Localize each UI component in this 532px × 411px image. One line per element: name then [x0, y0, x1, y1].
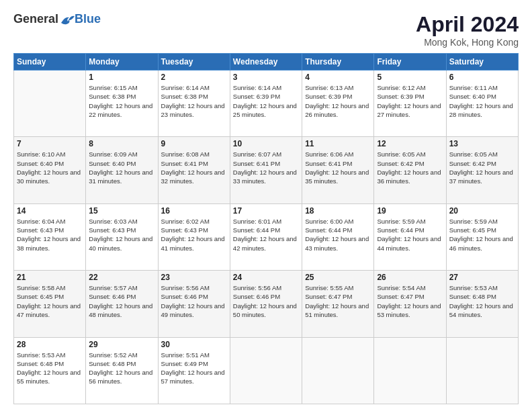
day-info: Sunrise: 6:14 AMSunset: 6:38 PMDaylight:…	[161, 83, 227, 119]
calendar-cell: 22Sunrise: 5:57 AMSunset: 6:46 PMDayligh…	[86, 271, 158, 337]
day-info: Sunrise: 6:06 AMSunset: 6:41 PMDaylight:…	[305, 150, 371, 185]
calendar-week-row: 14Sunrise: 6:04 AMSunset: 6:43 PMDayligh…	[14, 203, 519, 270]
day-number: 7	[17, 139, 83, 148]
calendar-week-row: 1Sunrise: 6:15 AMSunset: 6:38 PMDaylight…	[14, 71, 519, 137]
weekday-header-sunday: Sunday	[14, 54, 86, 71]
day-number: 4	[305, 73, 371, 82]
day-info: Sunrise: 6:01 AMSunset: 6:44 PMDaylight:…	[233, 217, 299, 253]
calendar-cell: 14Sunrise: 6:04 AMSunset: 6:43 PMDayligh…	[14, 203, 86, 270]
day-info: Sunrise: 5:55 AMSunset: 6:47 PMDaylight:…	[305, 283, 371, 319]
weekday-header-thursday: Thursday	[302, 54, 374, 71]
calendar-cell: 1Sunrise: 6:15 AMSunset: 6:38 PMDaylight…	[86, 71, 158, 137]
day-info: Sunrise: 6:12 AMSunset: 6:39 PMDaylight:…	[377, 83, 443, 119]
page: General Blue April 2024 Mong Kok, Hong K…	[0, 0, 532, 411]
calendar-cell: 21Sunrise: 5:58 AMSunset: 6:45 PMDayligh…	[14, 271, 86, 337]
weekday-header-tuesday: Tuesday	[158, 54, 230, 71]
day-number: 12	[377, 139, 443, 148]
day-info: Sunrise: 6:13 AMSunset: 6:39 PMDaylight:…	[305, 83, 371, 119]
logo-blue-text: Blue	[75, 12, 101, 26]
day-number: 6	[449, 73, 515, 82]
day-info: Sunrise: 5:51 AMSunset: 6:49 PMDaylight:…	[161, 351, 227, 386]
month-title: April 2024	[416, 12, 519, 37]
day-info: Sunrise: 5:53 AMSunset: 6:48 PMDaylight:…	[17, 351, 83, 386]
day-number: 1	[89, 73, 154, 82]
calendar-cell: 7Sunrise: 6:10 AMSunset: 6:40 PMDaylight…	[14, 137, 86, 203]
day-info: Sunrise: 5:52 AMSunset: 6:48 PMDaylight:…	[89, 351, 154, 386]
weekday-header-saturday: Saturday	[446, 54, 518, 71]
day-number: 15	[89, 206, 154, 216]
logo-general-text: General	[13, 12, 58, 26]
day-number: 24	[233, 273, 299, 282]
day-number: 13	[449, 139, 515, 148]
day-number: 14	[17, 206, 83, 216]
weekday-header-wednesday: Wednesday	[230, 54, 302, 71]
day-number: 16	[161, 206, 227, 216]
day-info: Sunrise: 5:54 AMSunset: 6:47 PMDaylight:…	[377, 283, 443, 319]
day-number: 18	[305, 206, 371, 216]
calendar-cell: 9Sunrise: 6:08 AMSunset: 6:41 PMDaylight…	[158, 137, 230, 203]
day-info: Sunrise: 5:53 AMSunset: 6:48 PMDaylight:…	[449, 283, 515, 319]
calendar-cell	[230, 337, 302, 404]
calendar-cell: 16Sunrise: 6:02 AMSunset: 6:43 PMDayligh…	[158, 203, 230, 270]
day-info: Sunrise: 6:05 AMSunset: 6:42 PMDaylight:…	[377, 150, 443, 185]
day-number: 2	[161, 73, 227, 82]
calendar-cell: 11Sunrise: 6:06 AMSunset: 6:41 PMDayligh…	[302, 137, 374, 203]
day-info: Sunrise: 6:15 AMSunset: 6:38 PMDaylight:…	[89, 83, 154, 119]
calendar-cell: 17Sunrise: 6:01 AMSunset: 6:44 PMDayligh…	[230, 203, 302, 270]
calendar-cell: 13Sunrise: 6:05 AMSunset: 6:42 PMDayligh…	[446, 137, 518, 203]
day-number: 30	[161, 340, 227, 349]
title-area: April 2024 Mong Kok, Hong Kong	[416, 12, 519, 48]
day-info: Sunrise: 6:04 AMSunset: 6:43 PMDaylight:…	[17, 217, 83, 253]
calendar-cell: 2Sunrise: 6:14 AMSunset: 6:38 PMDaylight…	[158, 71, 230, 137]
calendar-week-row: 28Sunrise: 5:53 AMSunset: 6:48 PMDayligh…	[14, 337, 519, 404]
calendar-cell: 18Sunrise: 6:00 AMSunset: 6:44 PMDayligh…	[302, 203, 374, 270]
day-info: Sunrise: 5:59 AMSunset: 6:44 PMDaylight:…	[377, 217, 443, 253]
day-number: 17	[233, 206, 299, 216]
calendar-cell: 3Sunrise: 6:14 AMSunset: 6:39 PMDaylight…	[230, 71, 302, 137]
day-number: 29	[89, 340, 154, 349]
calendar-cell: 5Sunrise: 6:12 AMSunset: 6:39 PMDaylight…	[374, 71, 446, 137]
day-number: 25	[305, 273, 371, 282]
day-number: 22	[89, 273, 154, 282]
day-info: Sunrise: 6:00 AMSunset: 6:44 PMDaylight:…	[305, 217, 371, 253]
day-info: Sunrise: 5:56 AMSunset: 6:46 PMDaylight:…	[161, 283, 227, 319]
day-info: Sunrise: 5:57 AMSunset: 6:46 PMDaylight:…	[89, 283, 154, 319]
calendar-week-row: 7Sunrise: 6:10 AMSunset: 6:40 PMDaylight…	[14, 137, 519, 203]
day-info: Sunrise: 6:14 AMSunset: 6:39 PMDaylight:…	[233, 83, 299, 119]
calendar-cell: 12Sunrise: 6:05 AMSunset: 6:42 PMDayligh…	[374, 137, 446, 203]
day-info: Sunrise: 6:05 AMSunset: 6:42 PMDaylight:…	[449, 150, 515, 185]
calendar-table: SundayMondayTuesdayWednesdayThursdayFrid…	[13, 53, 519, 404]
calendar-cell: 26Sunrise: 5:54 AMSunset: 6:47 PMDayligh…	[374, 271, 446, 337]
calendar-cell: 30Sunrise: 5:51 AMSunset: 6:49 PMDayligh…	[158, 337, 230, 404]
day-number: 23	[161, 273, 227, 282]
day-info: Sunrise: 5:58 AMSunset: 6:45 PMDaylight:…	[17, 283, 83, 319]
calendar-cell: 20Sunrise: 5:59 AMSunset: 6:45 PMDayligh…	[446, 203, 518, 270]
calendar-cell: 4Sunrise: 6:13 AMSunset: 6:39 PMDaylight…	[302, 71, 374, 137]
calendar-cell: 29Sunrise: 5:52 AMSunset: 6:48 PMDayligh…	[86, 337, 158, 404]
calendar-cell: 8Sunrise: 6:09 AMSunset: 6:40 PMDaylight…	[86, 137, 158, 203]
day-number: 11	[305, 139, 371, 148]
day-number: 10	[233, 139, 299, 148]
header: General Blue April 2024 Mong Kok, Hong K…	[13, 12, 519, 48]
calendar-cell: 10Sunrise: 6:07 AMSunset: 6:41 PMDayligh…	[230, 137, 302, 203]
calendar-header-row: SundayMondayTuesdayWednesdayThursdayFrid…	[14, 54, 519, 71]
calendar-cell: 25Sunrise: 5:55 AMSunset: 6:47 PMDayligh…	[302, 271, 374, 337]
calendar-cell: 15Sunrise: 6:03 AMSunset: 6:43 PMDayligh…	[86, 203, 158, 270]
day-number: 9	[161, 139, 227, 148]
calendar-cell	[14, 71, 86, 137]
calendar-cell	[446, 337, 518, 404]
calendar-week-row: 21Sunrise: 5:58 AMSunset: 6:45 PMDayligh…	[14, 271, 519, 337]
calendar-cell: 19Sunrise: 5:59 AMSunset: 6:44 PMDayligh…	[374, 203, 446, 270]
calendar-cell: 28Sunrise: 5:53 AMSunset: 6:48 PMDayligh…	[14, 337, 86, 404]
day-number: 26	[377, 273, 443, 282]
day-info: Sunrise: 6:11 AMSunset: 6:40 PMDaylight:…	[449, 83, 515, 119]
day-number: 3	[233, 73, 299, 82]
day-number: 28	[17, 340, 83, 349]
day-number: 21	[17, 273, 83, 282]
day-info: Sunrise: 6:03 AMSunset: 6:43 PMDaylight:…	[89, 217, 154, 253]
day-info: Sunrise: 6:07 AMSunset: 6:41 PMDaylight:…	[233, 150, 299, 185]
calendar-cell: 24Sunrise: 5:56 AMSunset: 6:46 PMDayligh…	[230, 271, 302, 337]
weekday-header-monday: Monday	[86, 54, 158, 71]
calendar-cell	[374, 337, 446, 404]
day-number: 27	[449, 273, 515, 282]
